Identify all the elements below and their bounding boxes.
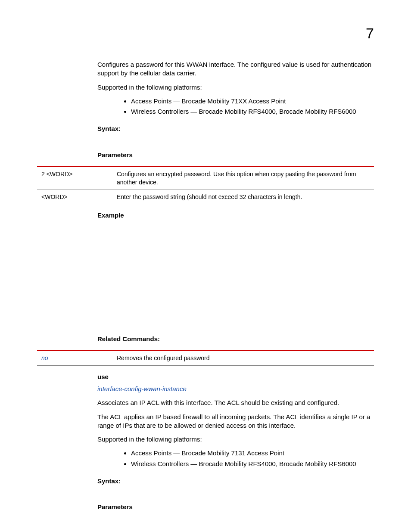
interface-config-link[interactable]: interface-config-wwan-instance [97,385,187,392]
list-item: Access Points — Brocade Mobility 71XX Ac… [131,97,374,106]
supported-label-2: Supported in the following platforms: [97,435,374,444]
example-placeholder [97,227,374,326]
parameters-heading: Parameters [97,151,374,159]
param-desc-cell: Configures an encrypted password. Use th… [117,167,374,190]
syntax-heading-2: Syntax: [97,477,374,485]
syntax-heading: Syntax: [97,124,374,133]
password-intro: Configures a password for this WWAN inte… [97,60,374,78]
table-row: no Removes the configured password [37,351,374,365]
related-table-wrap: no Removes the configured password [37,350,374,366]
related-cmd-desc: Removes the configured password [117,351,374,365]
param-name-cell: 2 <WORD> [37,167,117,190]
use-heading: use [97,373,374,381]
list-item: Access Points — Brocade Mobility 7131 Ac… [131,449,374,457]
page-number: 7 [366,24,374,44]
list-item: Wireless Controllers — Brocade Mobility … [131,107,374,116]
related-commands-heading: Related Commands: [97,335,374,343]
example-heading: Example [97,211,374,220]
parameters-heading-2: Parameters [97,503,374,511]
supported-label: Supported in the following platforms: [97,83,374,92]
related-commands-table: no Removes the configured password [37,350,374,366]
page: 7 Configures a password for this WWAN in… [0,0,411,532]
parameters-table-wrap: 2 <WORD> Configures an encrypted passwor… [37,166,374,205]
content-column: Configures a password for this WWAN inte… [97,60,374,511]
param-desc-cell: Enter the password string (should not ex… [117,190,374,204]
param-name-cell: <WORD> [37,190,117,204]
supported-list-2: Access Points — Brocade Mobility 7131 Ac… [97,449,374,468]
supported-list: Access Points — Brocade Mobility 71XX Ac… [97,97,374,116]
use-intro-2: The ACL applies an IP based firewall to … [97,413,374,430]
list-item: Wireless Controllers — Brocade Mobility … [131,460,374,468]
table-row: 2 <WORD> Configures an encrypted passwor… [37,167,374,190]
related-cmd-link[interactable]: no [37,351,117,365]
parameters-table: 2 <WORD> Configures an encrypted passwor… [37,166,374,205]
use-intro-1: Associates an IP ACL with this interface… [97,398,374,407]
table-row: <WORD> Enter the password string (should… [37,190,374,204]
